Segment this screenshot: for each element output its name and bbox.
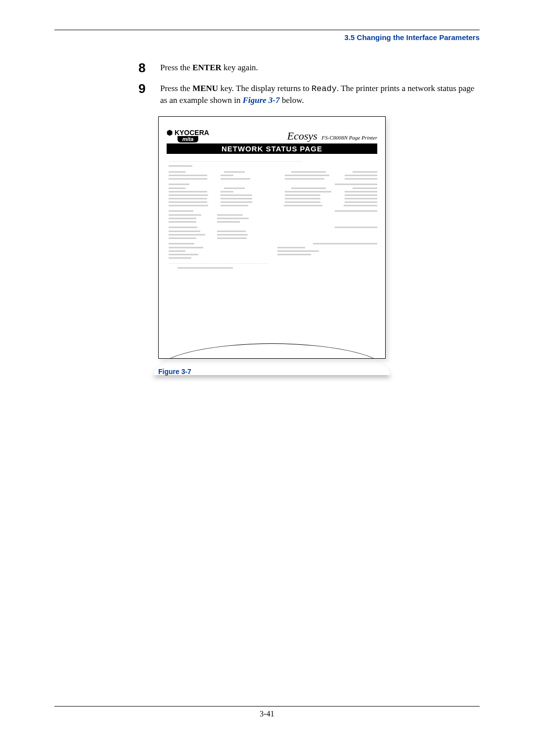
display-text: Ready — [312, 84, 337, 94]
figure-link[interactable]: Figure 3-7 — [243, 95, 280, 105]
greek-line — [169, 161, 302, 162]
text: key. The display returns to — [218, 84, 312, 93]
step-number: 9 — [138, 82, 160, 95]
step-body: Press the ENTER key again. — [160, 61, 258, 74]
logo-sub: mita — [178, 136, 198, 142]
text: below. — [280, 95, 304, 105]
top-rule — [54, 30, 480, 30]
step-number: 8 — [138, 61, 160, 74]
figure-3-7: ⬢ KYOCERA mita Ecosys FS-C8008N Page Pri… — [158, 116, 386, 376]
text: key again. — [222, 63, 258, 72]
step-8: 8 Press the ENTER key again. — [138, 61, 480, 74]
status-page-title: NETWORK STATUS PAGE — [167, 143, 377, 154]
page-curl — [159, 343, 385, 358]
key-name: MENU — [192, 84, 218, 93]
page-number: 3-41 — [54, 709, 480, 718]
kyocera-logo: ⬢ KYOCERA mita — [167, 129, 209, 142]
logo-text: ⬢ KYOCERA — [167, 129, 209, 137]
section-header: 3.5 Changing the Interface Parameters — [54, 33, 480, 42]
steps-list: 8 Press the ENTER key again. 9 Press the… — [138, 61, 480, 106]
ecosys-logo: Ecosys — [287, 130, 317, 142]
greek-line — [169, 263, 267, 264]
model-label: Ecosys FS-C8008N Page Printer — [287, 130, 377, 142]
status-page-body — [167, 161, 377, 269]
text: Press the — [160, 84, 192, 93]
step-body: Press the MENU key. The display returns … — [160, 82, 480, 106]
bottom-rule — [54, 706, 480, 707]
step-9: 9 Press the MENU key. The display return… — [138, 82, 480, 106]
model-text: FS-C8008N Page Printer — [322, 135, 377, 141]
text: Press the — [160, 63, 192, 72]
key-name: ENTER — [192, 63, 222, 72]
network-status-page: ⬢ KYOCERA mita Ecosys FS-C8008N Page Pri… — [158, 116, 386, 359]
